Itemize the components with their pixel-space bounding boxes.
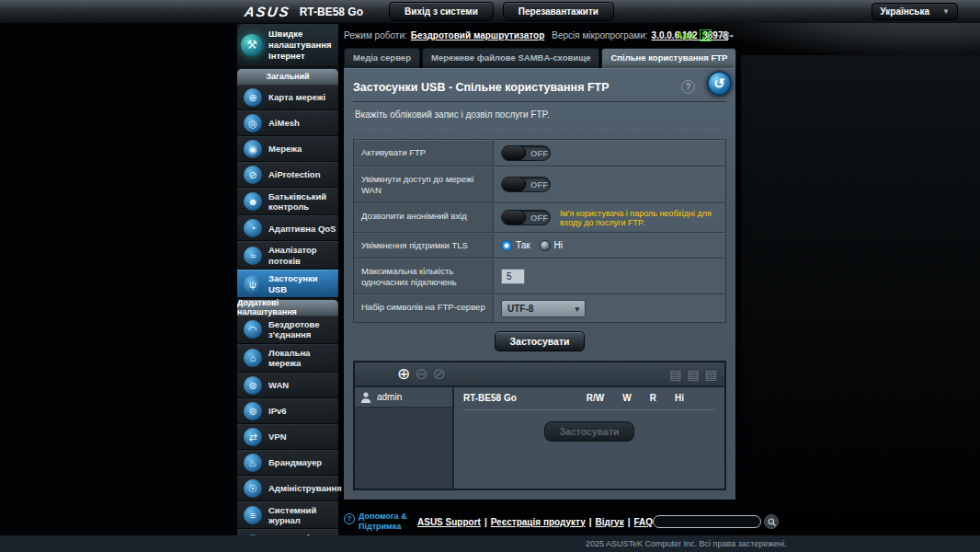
sidebar-item-label: AiMesh bbox=[268, 118, 300, 128]
quick-setup-icon: ⚒ bbox=[241, 34, 263, 56]
router-model: RT-BE58 Go bbox=[300, 6, 363, 18]
enable-ftp-toggle[interactable]: OFF bbox=[501, 145, 551, 161]
footer: ? Допомога & Підтримка ASUS Support|Реєс… bbox=[344, 509, 739, 535]
footer-link-product-registration[interactable]: Реєстрація продукту bbox=[491, 517, 586, 527]
quick-internet-setup-button[interactable]: ⚒ Швидке налаштування Інтернет bbox=[237, 24, 338, 67]
tab-media-server[interactable]: Медіа сервер bbox=[344, 48, 420, 68]
warning-note: Ім'я користувача і пароль необхідні для … bbox=[560, 209, 718, 227]
ftp-settings-panel: Застосунки USB - Спільне користування FT… bbox=[344, 68, 735, 500]
operation-mode-label: Режим роботи: bbox=[344, 30, 407, 40]
sidebar-item-ipv6[interactable]: ⊚ IPv6 bbox=[237, 398, 338, 424]
network-icon: ◉ bbox=[244, 140, 262, 158]
apply-button[interactable]: Застосувати bbox=[495, 331, 586, 351]
charset-selected-value: UTF-8 bbox=[507, 304, 533, 314]
footer-link-feedback[interactable]: Відгук bbox=[596, 517, 624, 527]
sidebar-item-label: Аналізатор потоків bbox=[268, 245, 336, 266]
sidebar-item-parental-controls[interactable]: ☻ Батьківський контроль bbox=[237, 188, 338, 216]
logout-button[interactable]: Вихід з системи bbox=[389, 2, 494, 21]
sidebar-item-usb-applications[interactable]: ψ Застосунки USB bbox=[237, 270, 338, 298]
anonymous-login-toggle[interactable]: OFF bbox=[501, 210, 551, 225]
toggle-knob bbox=[502, 211, 526, 224]
sidebar-item-label: Мережа bbox=[268, 144, 302, 154]
waveform-icon: ≈ bbox=[244, 247, 262, 265]
radio-label: Ні bbox=[554, 240, 563, 250]
sidebar-item-administration[interactable]: ☉ Адміністрування bbox=[237, 476, 338, 501]
sidebar-item-traffic-analyzer[interactable]: ≈ Аналізатор потоків bbox=[237, 241, 338, 270]
section-header-general: Загальний bbox=[237, 69, 338, 85]
sidebar-item-wan[interactable]: ⊛ WAN bbox=[237, 373, 338, 398]
parental-controls-icon: ☻ bbox=[244, 192, 262, 211]
save-permission-button[interactable]: Застосувати bbox=[544, 421, 635, 442]
sidebar-item-aiprotection[interactable]: ⊘ AiProtection bbox=[237, 162, 338, 188]
form-row: Увімкнення підтримки TLS Так Ні bbox=[354, 233, 725, 259]
sidebar-item-system-log[interactable]: ≡ Системний журнал bbox=[237, 501, 338, 530]
modify-account-icon[interactable]: ⊘ bbox=[433, 366, 446, 382]
user-icon bbox=[360, 391, 371, 404]
usb-applications-icon: ψ bbox=[244, 275, 262, 293]
section-header-advanced: Додаткові налаштування bbox=[237, 300, 338, 316]
form-label: Увімкнення підтримки TLS bbox=[354, 234, 494, 258]
qr-code-icon[interactable] bbox=[700, 29, 712, 41]
share-root-name[interactable]: RT-BE58 Go bbox=[463, 393, 517, 403]
tab-samba-share[interactable]: Мережеве файлове SAMBA-сховище bbox=[422, 48, 599, 68]
operation-mode-link[interactable]: Бездротовий маршрутизатор bbox=[411, 30, 545, 40]
tls-yes-radio[interactable]: Так bbox=[501, 240, 530, 251]
sidebar-item-label: IPv6 bbox=[268, 406, 287, 416]
accounts-panel: ⊕ ⊖ ⊘ ▤ ▤ ▤ bbox=[353, 361, 726, 490]
copyright-bar: 2025 ASUSTeK Computer Inc. Всі права зас… bbox=[0, 535, 980, 552]
form-label: Активувати FTP bbox=[354, 141, 494, 166]
form-row: Максимальна кількість одночасних підключ… bbox=[354, 259, 725, 295]
link-separator: | bbox=[484, 517, 487, 527]
tab-ftp-share[interactable]: Спільне користування FTP bbox=[601, 48, 736, 68]
search-icon bbox=[767, 517, 777, 527]
app-label: App bbox=[677, 30, 694, 40]
sidebar-item-network-map[interactable]: ⊕ Карта мережі bbox=[237, 85, 338, 110]
usb-icon[interactable] bbox=[717, 31, 734, 40]
delete-account-icon[interactable]: ⊖ bbox=[415, 366, 427, 382]
sidebar-item-lan[interactable]: ⌂ Локальна мережа bbox=[237, 344, 338, 373]
sidebar-item-aimesh[interactable]: ◎ AiMesh bbox=[237, 110, 338, 136]
sidebar-item-adaptive-qos[interactable]: ◔ Адаптивна QoS bbox=[237, 215, 338, 241]
tab-bar: Медіа сервер Мережеве файлове SAMBA-схов… bbox=[344, 48, 735, 68]
max-connections-input[interactable] bbox=[501, 269, 525, 284]
search-button[interactable] bbox=[764, 514, 779, 529]
help-icon[interactable]: ? bbox=[681, 80, 695, 94]
account-row-admin[interactable]: admin bbox=[355, 387, 452, 408]
language-selector[interactable]: Українська ▼ bbox=[872, 3, 958, 20]
add-folder-icon[interactable]: ▤ bbox=[669, 367, 681, 382]
sidebar-item-vpn[interactable]: ⇄ VPN bbox=[237, 424, 338, 450]
wan-access-toggle[interactable]: OFF bbox=[501, 177, 551, 192]
screen: ASUS RT-BE58 Go Вихід з системи Перезава… bbox=[0, 0, 980, 552]
sidebar-item-network[interactable]: ◉ Мережа bbox=[237, 136, 338, 162]
footer-link-asus-support[interactable]: ASUS Support bbox=[417, 517, 481, 527]
accounts-toolbar: ⊕ ⊖ ⊘ ▤ ▤ ▤ bbox=[355, 362, 724, 387]
footer-link-faq[interactable]: FAQ bbox=[633, 517, 653, 527]
delete-folder-icon[interactable]: ▤ bbox=[688, 367, 700, 382]
sidebar-item-wireless[interactable]: ◠ Бездротове з'єднання bbox=[237, 316, 338, 344]
charset-select[interactable]: UTF-8 ▾ bbox=[501, 300, 586, 317]
log-icon: ≡ bbox=[244, 506, 262, 524]
vpn-icon: ⇄ bbox=[244, 428, 262, 446]
flame-icon: ♨ bbox=[244, 454, 262, 472]
top-bar: ASUS RT-BE58 Go Вихід з системи Перезава… bbox=[0, 0, 980, 23]
back-button[interactable]: ↺ bbox=[707, 71, 732, 96]
add-account-icon[interactable]: ⊕ bbox=[397, 366, 410, 382]
administration-icon: ☉ bbox=[244, 479, 262, 498]
link-separator: | bbox=[589, 517, 592, 527]
sidebar: ⚒ Швидке налаштування Інтернет Загальний… bbox=[237, 24, 338, 552]
modify-folder-icon[interactable]: ▤ bbox=[705, 367, 717, 382]
search-input[interactable] bbox=[653, 515, 761, 528]
sidebar-item-firewall[interactable]: ♨ Брандмауер bbox=[237, 450, 338, 476]
toggle-state: OFF bbox=[530, 148, 548, 158]
ipv6-icon: ⊚ bbox=[244, 402, 262, 420]
perm-header-no: Ні bbox=[675, 393, 684, 403]
sidebar-item-label: Застосунки USB bbox=[268, 273, 336, 294]
language-label: Українська bbox=[880, 6, 929, 17]
reboot-button[interactable]: Перезавантажити bbox=[503, 2, 614, 21]
help-support-block[interactable]: ? Допомога & Підтримка bbox=[344, 512, 410, 533]
tls-no-radio[interactable]: Ні bbox=[540, 240, 563, 251]
perm-header-r: R bbox=[650, 393, 656, 403]
main-content: Медіа сервер Мережеве файлове SAMBA-схов… bbox=[344, 48, 735, 500]
sidebar-item-label: Батьківський контроль bbox=[268, 191, 336, 213]
help-line1: Допомога & bbox=[359, 512, 407, 521]
